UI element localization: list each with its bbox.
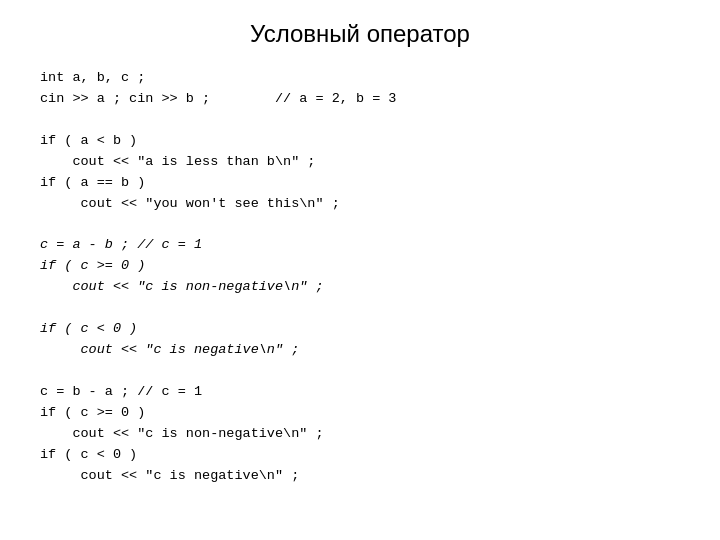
code-line: cout << "c is non-negative\n" ; [40,279,324,294]
code-line: if ( c < 0 ) [40,321,137,336]
code-line: c = a - b ; // c = 1 [40,237,202,252]
page-container: Условный оператор int a, b, c ; cin >> a… [0,0,720,540]
code-line: cout << "you won't see this\n" ; [40,196,340,211]
code-line: cin >> a ; cin >> b ; // a = 2, b = 3 [40,91,396,106]
code-line: cout << "c is negative\n" ; [40,468,299,483]
code-line: if ( c >= 0 ) [40,405,145,420]
code-line: c = b - a ; // c = 1 [40,384,202,399]
code-line: if ( c < 0 ) [40,447,137,462]
code-line: int a, b, c ; [40,70,145,85]
code-block: int a, b, c ; cin >> a ; cin >> b ; // a… [40,68,680,486]
code-line: if ( a == b ) [40,175,145,190]
code-line: cout << "c is negative\n" ; [40,342,299,357]
code-line: if ( c >= 0 ) [40,258,145,273]
page-title: Условный оператор [40,20,680,48]
code-line: cout << "a is less than b\n" ; [40,154,315,169]
code-line: cout << "c is non-negative\n" ; [40,426,324,441]
code-line: if ( a < b ) [40,133,137,148]
